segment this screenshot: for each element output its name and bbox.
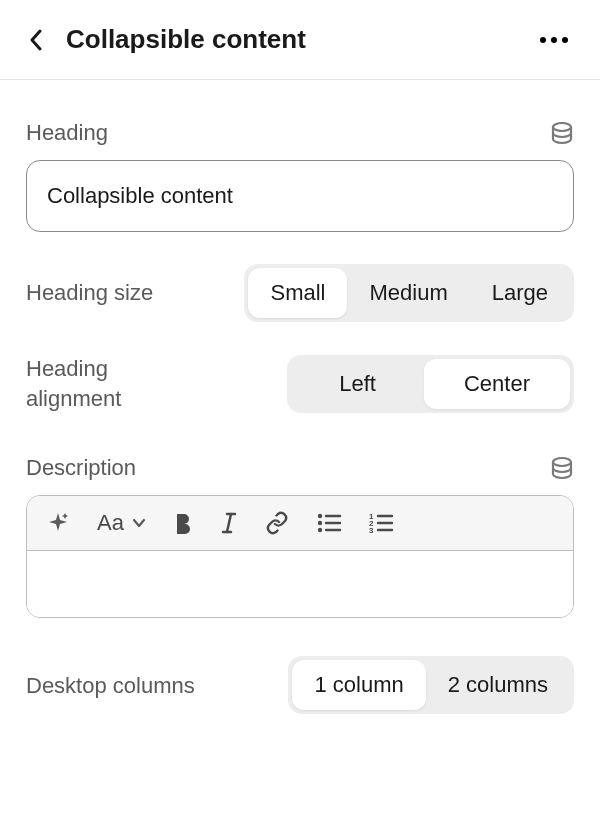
rte-numbered-list-button[interactable]: 1 2 3 [368,512,394,534]
more-menu-button[interactable] [534,31,574,49]
desktop-columns-segmented: 1 column 2 columns [288,656,574,714]
rte-toolbar: Aa [27,496,573,551]
svg-line-4 [227,514,231,532]
rte-font-label: Aa [97,510,124,536]
svg-point-5 [318,514,322,518]
rich-text-editor: Aa [26,495,574,618]
sparkle-icon [45,510,71,536]
rte-bullet-list-button[interactable] [316,512,342,534]
dot-icon [540,37,546,43]
database-icon [550,121,574,145]
rte-font-dropdown[interactable]: Aa [97,510,146,536]
svg-text:3: 3 [369,526,374,534]
description-label: Description [26,455,136,481]
rte-italic-button[interactable] [220,511,238,535]
back-button[interactable] [22,26,50,54]
heading-alignment-label: Headingalignment [26,354,121,413]
dynamic-source-button[interactable] [550,121,574,145]
svg-point-1 [553,458,571,466]
heading-input[interactable] [26,160,574,232]
bold-icon [172,511,194,535]
dot-icon [551,37,557,43]
desktop-columns-label: Desktop columns [26,671,195,701]
chevron-left-icon [29,29,43,51]
description-input[interactable] [27,551,573,617]
heading-alignment-left[interactable]: Left [291,359,424,409]
svg-point-7 [318,528,322,532]
dot-icon [562,37,568,43]
heading-alignment-center[interactable]: Center [424,359,570,409]
heading-alignment-segmented: Left Center [287,355,574,413]
rte-bold-button[interactable] [172,511,194,535]
heading-label: Heading [26,120,108,146]
heading-size-small[interactable]: Small [248,268,347,318]
chevron-down-icon [132,518,146,528]
heading-size-label: Heading size [26,278,153,308]
svg-point-6 [318,521,322,525]
italic-icon [220,511,238,535]
rte-link-button[interactable] [264,510,290,536]
bullet-list-icon [316,512,342,534]
link-icon [264,510,290,536]
rte-ai-button[interactable] [45,510,71,536]
heading-size-segmented: Small Medium Large [244,264,574,322]
database-icon [550,456,574,480]
page-title: Collapsible content [66,24,306,55]
dynamic-source-button[interactable] [550,456,574,480]
svg-point-0 [553,123,571,131]
heading-size-large[interactable]: Large [470,268,570,318]
numbered-list-icon: 1 2 3 [368,512,394,534]
desktop-columns-2[interactable]: 2 columns [426,660,570,710]
desktop-columns-1[interactable]: 1 column [292,660,425,710]
heading-size-medium[interactable]: Medium [347,268,469,318]
